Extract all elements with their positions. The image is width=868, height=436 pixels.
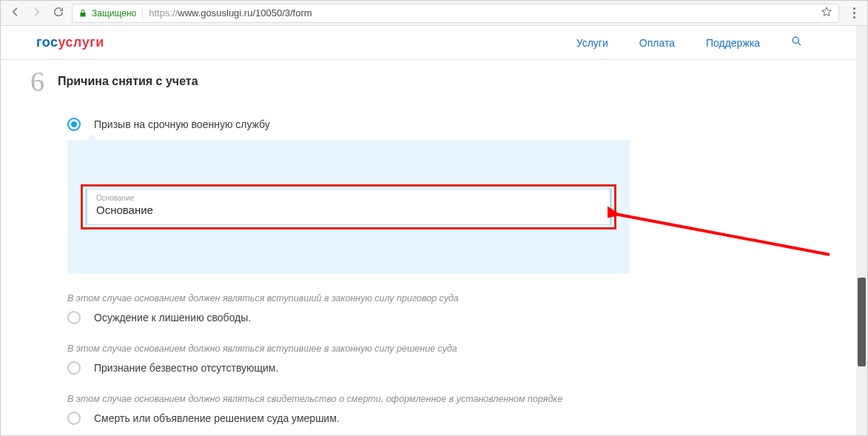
bookmark-star-icon[interactable] xyxy=(821,6,832,21)
reload-button[interactable] xyxy=(53,6,64,21)
logo-part2: услуги xyxy=(58,35,104,50)
radio-label: Осуждение к лишению свободы. xyxy=(94,312,251,323)
step-title: Причина снятия с учета xyxy=(58,75,198,88)
radio-label: Признание безвестно отсутствующим. xyxy=(94,362,278,374)
page-scrollbar[interactable] xyxy=(856,26,867,435)
reason-field[interactable]: Основание xyxy=(85,189,612,225)
radio-option-4[interactable]: Смерть или объявление решением суда умер… xyxy=(67,412,630,425)
top-nav: Услуги Оплата Поддержка xyxy=(576,36,802,50)
field-float-label: Основание xyxy=(96,194,601,202)
search-icon[interactable] xyxy=(791,36,802,50)
radio-icon xyxy=(67,311,81,324)
radio-label: Смерть или объявление решением суда умер… xyxy=(94,412,340,424)
radio-label: Призыв на срочную военную службу xyxy=(94,118,270,130)
step-number: 6 xyxy=(30,67,44,95)
reason-input[interactable] xyxy=(96,204,601,216)
scrollbar-thumb[interactable] xyxy=(858,278,866,366)
site-header: госуслуги Услуги Оплата Поддержка xyxy=(1,26,867,60)
browser-menu-button[interactable] xyxy=(847,7,861,19)
nav-support[interactable]: Поддержка xyxy=(706,37,760,49)
radio-icon xyxy=(67,118,81,131)
forward-button[interactable] xyxy=(30,6,42,21)
url-scheme: https:// xyxy=(149,7,178,19)
secure-label: Защищено xyxy=(92,8,136,19)
form-content: 6 Причина снятия с учета Призыв на срочн… xyxy=(1,60,867,425)
svg-point-0 xyxy=(793,37,798,43)
step-header: 6 Причина снятия с учета xyxy=(30,67,832,95)
radio-option-2[interactable]: Осуждение к лишению свободы. xyxy=(67,311,630,324)
radio-icon xyxy=(67,412,81,425)
radio-icon xyxy=(67,361,81,375)
radio-option-1[interactable]: Призыв на срочную военную службу xyxy=(67,118,630,131)
options-block: Призыв на срочную военную службу Основан… xyxy=(67,118,630,425)
site-logo[interactable]: госуслуги xyxy=(36,35,104,50)
secure-indicator: Защищено xyxy=(78,8,136,19)
address-separator xyxy=(142,7,143,19)
option-3-note: В этом случае основанием должно являться… xyxy=(67,343,630,354)
nav-services[interactable]: Услуги xyxy=(576,37,608,49)
expanded-panel: Основание xyxy=(67,140,630,274)
field-highlight-box: Основание xyxy=(81,184,616,229)
option-4-note: В этом случае основанием должно являться… xyxy=(67,394,630,404)
url-text: https://www.gosuslugi.ru/10050/3/form xyxy=(149,7,815,19)
radio-option-3[interactable]: Признание безвестно отсутствующим. xyxy=(67,361,630,375)
nav-payment[interactable]: Оплата xyxy=(639,37,675,49)
nav-arrows-group xyxy=(7,6,45,21)
address-bar[interactable]: Защищено https://www.gosuslugi.ru/10050/… xyxy=(72,4,839,23)
back-button[interactable] xyxy=(10,6,21,21)
option-2-note: В этом случае основанием должен являться… xyxy=(67,293,630,303)
logo-part1: гос xyxy=(36,35,58,50)
url-path: www.gosuslugi.ru/10050/3/form xyxy=(178,7,312,19)
browser-toolbar: Защищено https://www.gosuslugi.ru/10050/… xyxy=(1,1,867,26)
